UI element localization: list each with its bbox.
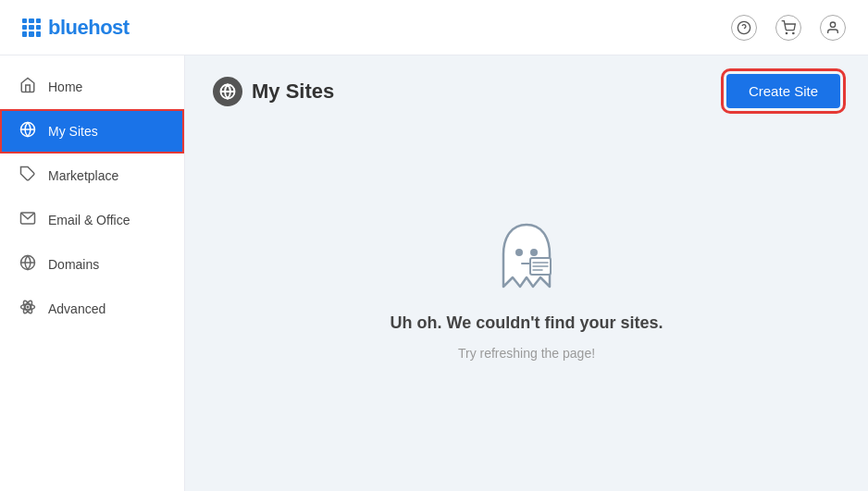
sidebar-label-domains: Domains bbox=[48, 257, 99, 272]
logo-grid-icon bbox=[22, 18, 41, 37]
create-site-button[interactable]: Create Site bbox=[726, 74, 840, 108]
sidebar-label-advanced: Advanced bbox=[48, 301, 105, 316]
svg-point-16 bbox=[530, 249, 538, 256]
app-header: bluehost bbox=[0, 0, 868, 55]
svg-point-10 bbox=[27, 306, 29, 308]
sidebar-item-home[interactable]: Home bbox=[0, 65, 184, 109]
main-layout: Home My Sites Marketplace bbox=[0, 55, 868, 491]
page-title-area: My Sites bbox=[213, 77, 334, 106]
tag-icon bbox=[19, 166, 37, 186]
svg-point-2 bbox=[786, 32, 787, 33]
sidebar-item-advanced[interactable]: Advanced bbox=[0, 287, 184, 331]
svg-point-15 bbox=[515, 249, 523, 256]
page-title: My Sites bbox=[252, 80, 334, 104]
empty-state-subtitle: Try refreshing the page! bbox=[458, 346, 595, 361]
header-icons bbox=[731, 15, 846, 41]
wordpress-page-icon bbox=[213, 77, 242, 106]
sidebar-label-marketplace: Marketplace bbox=[48, 168, 118, 183]
empty-state-title: Uh oh. We couldn't find your sites. bbox=[391, 313, 663, 333]
help-icon[interactable] bbox=[731, 15, 757, 41]
svg-point-3 bbox=[793, 32, 794, 33]
empty-state: Uh oh. We couldn't find your sites. Try … bbox=[185, 123, 868, 491]
logo-text: bluehost bbox=[48, 16, 130, 40]
user-icon[interactable] bbox=[820, 15, 846, 41]
ghost-illustration bbox=[490, 217, 564, 301]
sidebar-label-my-sites: My Sites bbox=[48, 124, 98, 139]
logo[interactable]: bluehost bbox=[22, 16, 130, 40]
svg-point-4 bbox=[830, 22, 835, 27]
sidebar-item-my-sites[interactable]: My Sites bbox=[0, 109, 184, 153]
main-header: My Sites Create Site bbox=[185, 55, 868, 123]
mail-icon bbox=[19, 210, 37, 230]
atom-icon bbox=[19, 299, 37, 319]
sidebar-item-domains[interactable]: Domains bbox=[0, 242, 184, 287]
sidebar: Home My Sites Marketplace bbox=[0, 55, 185, 491]
sidebar-item-email-office[interactable]: Email & Office bbox=[0, 198, 184, 242]
cart-icon[interactable] bbox=[775, 15, 801, 41]
wordpress-icon bbox=[19, 121, 37, 141]
home-icon bbox=[19, 77, 37, 97]
sidebar-label-home: Home bbox=[48, 80, 82, 94]
globe-icon bbox=[19, 254, 37, 275]
main-content: My Sites Create Site Uh oh. We bbox=[185, 55, 868, 491]
sidebar-item-marketplace[interactable]: Marketplace bbox=[0, 153, 184, 198]
sidebar-label-email-office: Email & Office bbox=[48, 213, 130, 227]
